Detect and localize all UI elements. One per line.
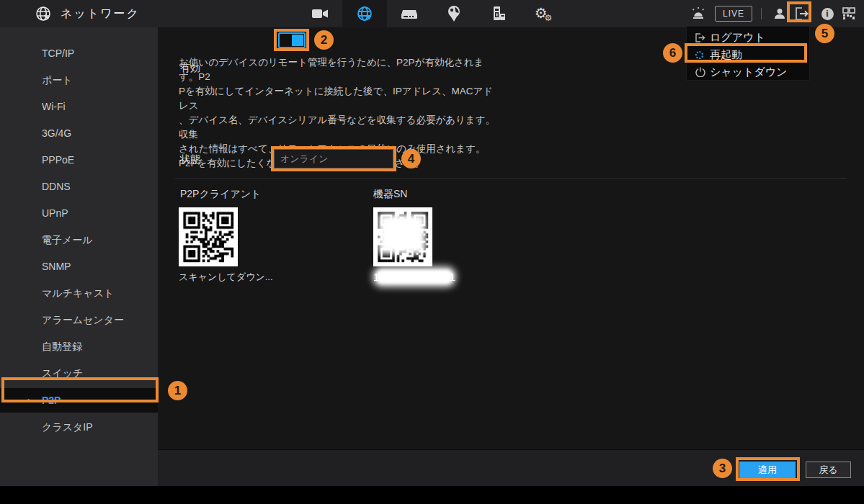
sidebar-item-label: 電子メール: [42, 234, 93, 246]
enable-toggle[interactable]: [278, 32, 306, 48]
sidebar-item-label: ポート: [42, 74, 73, 86]
menu-item-logout[interactable]: ログアウト: [687, 29, 809, 46]
nav-camera-icon[interactable]: [298, 0, 342, 27]
sn-redaction-blob: [375, 269, 453, 284]
footer-bar: 適用 戻る: [158, 449, 864, 486]
topbar-right-icons: LIVE i: [687, 0, 864, 27]
alarm-icon[interactable]: [687, 0, 709, 27]
device-sn-label: 機器SN: [373, 188, 407, 201]
sidebar-item-label: 3G/4G: [42, 127, 71, 139]
apply-button[interactable]: 適用: [739, 462, 796, 478]
sidebar-item-[interactable]: アラームセンター: [0, 307, 158, 333]
nav-system-icon[interactable]: [476, 0, 521, 27]
sidebar-item-snmp[interactable]: SNMP: [0, 253, 158, 280]
p2p-client-caption: スキャンしてダウン...: [179, 271, 273, 284]
annotation-circle-1: 1: [168, 381, 187, 400]
top-bar: ネットワーク ⚙⚙: [0, 0, 864, 27]
annotation-circle-4: 4: [401, 149, 421, 168]
annotation-circle-3: 3: [713, 459, 732, 478]
sidebar-item-pppoe[interactable]: PPPoE: [0, 147, 158, 174]
user-dropdown-menu: ログアウト 再起動 シャットダウン: [686, 26, 810, 81]
menu-item-label: シャットダウン: [710, 66, 787, 79]
page-title: ネットワーク: [61, 6, 140, 22]
toggle-knob: [292, 35, 303, 46]
annotation-circle-6: 6: [663, 43, 682, 63]
sidebar-item-[interactable]: ポート: [0, 67, 158, 94]
p2p-client-label: P2Pクライアント: [180, 188, 261, 201]
nav-network-globe-icon[interactable]: [342, 0, 387, 27]
sidebar-item-3g4g[interactable]: 3G/4G: [0, 120, 158, 147]
app-screen: ネットワーク ⚙⚙: [0, 0, 864, 504]
sidebar-item-label: 自動登録: [42, 341, 82, 352]
sidebar-item-wifi[interactable]: Wi-Fi: [0, 94, 158, 120]
menu-item-restart[interactable]: 再起動: [687, 46, 809, 63]
sidebar-item-upnp[interactable]: UPnP: [0, 200, 158, 227]
topbar-separator: [761, 8, 762, 19]
nav-settings-gears-icon[interactable]: ⚙⚙: [521, 0, 566, 27]
sidebar-item-label: UPnP: [42, 207, 68, 219]
status-label: 状態: [180, 153, 200, 166]
sidebar-item-label: スイッチ: [42, 367, 83, 379]
main-nav: ⚙⚙: [298, 0, 566, 27]
p2p-client-qr-code: [179, 207, 238, 266]
sidebar-item-ip[interactable]: クラスタIP: [0, 414, 158, 441]
annotation-circle-2: 2: [314, 30, 334, 50]
back-button[interactable]: 戻る: [806, 462, 851, 478]
qr-code-icon[interactable]: [838, 0, 860, 27]
power-icon: [695, 67, 710, 77]
sidebar-item-label: DDNS: [42, 181, 71, 192]
device-sn-value-redacted: 1 1: [373, 269, 455, 284]
sn-visible-prefix: 1: [373, 271, 379, 283]
section-divider: [175, 178, 847, 179]
menu-item-label: 再起動: [710, 48, 742, 62]
status-input[interactable]: [274, 149, 393, 168]
qr-canvas: [181, 210, 236, 264]
network-logo-icon: [35, 5, 52, 22]
nav-storage-icon[interactable]: [387, 0, 432, 27]
sidebar-item-ddns[interactable]: DDNS: [0, 174, 158, 200]
restart-spinner-icon: [695, 51, 710, 59]
device-sn-qr-code: [373, 207, 432, 266]
sidebar-item-label: PPPoE: [42, 154, 74, 166]
menu-item-label: ログアウト: [710, 31, 765, 45]
sidebar-item-label: マルチキャスト: [42, 287, 114, 299]
logout-icon: [695, 33, 710, 42]
sn-visible-suffix: 1: [450, 271, 455, 283]
info-icon[interactable]: i: [816, 0, 838, 27]
sidebar-item-label: クラスタIP: [42, 421, 93, 433]
sidebar-item-[interactable]: マルチキャスト: [0, 280, 158, 307]
sidebar-item-p2p[interactable]: ›P2P: [0, 388, 158, 413]
logout-menu-icon[interactable]: [790, 0, 816, 27]
sidebar-item-[interactable]: 自動登録: [0, 333, 158, 360]
annotation-circle-5: 5: [815, 24, 834, 43]
live-button[interactable]: LIVE: [715, 6, 752, 22]
chevron-right-icon: ›: [27, 388, 30, 413]
sidebar-item-[interactable]: 電子メール: [0, 227, 158, 253]
sidebar-item-[interactable]: スイッチ: [0, 360, 158, 387]
menu-item-shutdown[interactable]: シャットダウン: [687, 63, 809, 81]
sidebar-item-label: Wi-Fi: [42, 101, 66, 112]
sidebar-item-label: P2P: [42, 395, 61, 406]
sidebar-menu: TCP/IPポートWi-Fi3G/4GPPPoEDDNSUPnP電子メールSNM…: [0, 27, 158, 486]
qr-redaction-blur: [378, 214, 426, 254]
content-panel: 有効 お使いのデバイスのリモート管理を行うために、P2Pが有効化されます。P2 …: [158, 27, 864, 449]
user-icon[interactable]: [769, 0, 790, 27]
sidebar-item-label: アラームセンター: [42, 314, 124, 325]
sidebar-item-label: TCP/IP: [42, 48, 74, 59]
nav-account-icon[interactable]: [432, 0, 476, 27]
sidebar-item-label: SNMP: [42, 261, 71, 272]
sidebar-item-tcpip[interactable]: TCP/IP: [0, 40, 158, 67]
